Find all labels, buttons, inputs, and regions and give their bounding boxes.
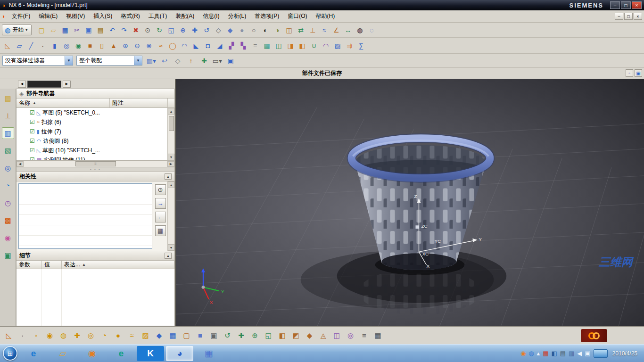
- through-curves-icon[interactable]: ◠: [320, 40, 331, 51]
- column-header-name[interactable]: 名称 ▲: [17, 99, 110, 107]
- section-view-icon[interactable]: ◫: [283, 25, 295, 36]
- ime-tray-icon[interactable]: ◧: [551, 350, 557, 357]
- menu-item[interactable]: 文件(F): [8, 11, 34, 22]
- scroll-down-icon[interactable]: ▼: [168, 154, 174, 160]
- hole-icon[interactable]: ◉: [73, 40, 84, 51]
- minimize-button[interactable]: –: [610, 1, 620, 9]
- paste-icon[interactable]: ▤: [95, 25, 106, 36]
- dropdown-arrow-icon[interactable]: ▼: [65, 56, 73, 65]
- details-table-body[interactable]: [17, 269, 174, 326]
- layer-settings-icon[interactable]: ≡: [358, 329, 371, 342]
- thicken-icon[interactable]: ◧: [297, 40, 308, 51]
- delete-icon[interactable]: ✖: [130, 25, 141, 36]
- zoom-icon[interactable]: ⊕: [177, 25, 189, 36]
- snap-enable-icon[interactable]: ◆: [153, 329, 165, 342]
- clip-panel-icon[interactable]: ▣: [635, 69, 642, 77]
- taskbar-nx-button[interactable]: ◕: [166, 346, 193, 361]
- menu-item[interactable]: 帮助(H): [312, 11, 339, 22]
- details-col-parameter[interactable]: 参数: [17, 261, 42, 269]
- assembly-navigator-icon[interactable]: ▤: [2, 92, 14, 104]
- swept-icon[interactable]: ≈: [155, 40, 166, 51]
- control-point-icon[interactable]: ◍: [57, 329, 70, 342]
- hd3d-tools-icon[interactable]: ◎: [2, 162, 14, 174]
- checkbox-icon[interactable]: ☑: [30, 156, 35, 160]
- mid-point-icon[interactable]: ◉: [43, 329, 56, 342]
- reuse-library-icon[interactable]: ▧: [2, 145, 14, 156]
- rotate-scene-icon[interactable]: ↺: [221, 329, 234, 342]
- pan-scene-icon[interactable]: ✚: [235, 329, 248, 342]
- split-body-icon[interactable]: ▚: [238, 40, 249, 51]
- unite-icon[interactable]: ⊕: [120, 40, 131, 51]
- alert-tray-icon[interactable]: ▦: [543, 350, 548, 357]
- dependencies-scrollbar[interactable]: ▲ ▼: [167, 181, 174, 251]
- scrollbar-thumb[interactable]: [169, 116, 174, 131]
- show-hide-icon[interactable]: ◎: [344, 329, 357, 342]
- tree-row[interactable]: ☑ ◠ 边倒圆 (8): [17, 136, 167, 146]
- sketch-curve-icon[interactable]: ◺: [2, 329, 15, 342]
- expression-icon[interactable]: ∑: [355, 40, 367, 51]
- tree-vertical-scrollbar[interactable]: ▲ ▼: [167, 108, 174, 160]
- point-on-face-icon[interactable]: ▨: [139, 329, 152, 342]
- thread-icon[interactable]: ≡: [249, 40, 261, 51]
- end-point-icon[interactable]: ◦: [30, 329, 42, 342]
- filter-grid-icon[interactable]: ▦▾: [146, 55, 157, 66]
- start-menu-button[interactable]: ◍ 开始 ▾: [2, 25, 32, 35]
- rotate-view-icon[interactable]: ↺: [201, 25, 212, 36]
- material-icon[interactable]: ◍: [354, 25, 365, 36]
- perspective-icon[interactable]: ◬: [317, 329, 330, 342]
- help-cursor-icon[interactable]: ◌: [366, 25, 377, 36]
- intersect-icon[interactable]: ⊗: [143, 40, 155, 51]
- fit-scene-icon[interactable]: ◱: [262, 329, 275, 342]
- refresh-display-icon[interactable]: ↻: [154, 25, 165, 36]
- checkbox-icon[interactable]: ☑: [30, 109, 35, 116]
- active-resource-tab[interactable]: [27, 81, 61, 88]
- zoom-scene-icon[interactable]: ⊕: [248, 329, 261, 342]
- collapse-icon[interactable]: ▲: [165, 253, 172, 259]
- wireframe-cube-icon[interactable]: ▢: [180, 329, 193, 342]
- menu-item[interactable]: 分析(L): [224, 11, 251, 22]
- shaded-cube-icon[interactable]: ■: [194, 329, 206, 342]
- extrude-icon[interactable]: ▮: [49, 40, 60, 51]
- weather-badge[interactable]: [594, 349, 608, 358]
- front-view-icon[interactable]: ◧: [276, 329, 289, 342]
- menu-item[interactable]: 信息(I): [198, 11, 223, 22]
- tube-icon[interactable]: ◯: [167, 40, 178, 51]
- draft-icon[interactable]: ◢: [214, 40, 225, 51]
- undo-icon[interactable]: ↶: [107, 25, 118, 36]
- menu-item[interactable]: 装配(A): [171, 11, 198, 22]
- selection-scope-dropdown[interactable]: 整个装配 ▼: [76, 56, 142, 66]
- scroll-up-icon[interactable]: ▲: [168, 181, 174, 188]
- elevate-selection-icon[interactable]: ↑: [185, 55, 197, 66]
- assembly-constraints-icon[interactable]: ⊥: [307, 25, 318, 36]
- offset-surface-icon[interactable]: ◨: [285, 40, 296, 51]
- taskbar-clock[interactable]: 2010/4/25: [611, 350, 641, 357]
- arc-center-icon[interactable]: ◎: [84, 329, 97, 342]
- save-icon[interactable]: ▦: [59, 25, 71, 36]
- tree-horizontal-scrollbar[interactable]: ◀ ≡ ▶: [17, 161, 174, 167]
- shaded-with-edges-icon[interactable]: ◆: [224, 25, 236, 36]
- datum-csys-icon[interactable]: ∠: [330, 25, 342, 36]
- trim-body-icon[interactable]: ▞: [226, 40, 237, 51]
- fit-view-icon[interactable]: ◱: [165, 25, 177, 36]
- pattern-view-icon[interactable]: ▦: [155, 225, 166, 236]
- scroll-down-icon[interactable]: ▼: [168, 244, 174, 251]
- volume-tray-icon[interactable]: ◀: [577, 350, 582, 357]
- subtract-icon[interactable]: ⊖: [132, 40, 143, 51]
- collapse-icon[interactable]: ▲: [165, 173, 172, 180]
- point-on-curve-icon[interactable]: ≈: [125, 329, 138, 342]
- new-icon[interactable]: ▢: [36, 25, 47, 36]
- system-materials-icon[interactable]: ▩: [2, 214, 14, 226]
- tree-row[interactable]: ☑ ◺ 草图 (5) "SKETCH_0...: [17, 108, 167, 117]
- checkbox-icon[interactable]: ☑: [30, 128, 35, 135]
- add-cube-icon[interactable]: ✚: [198, 55, 210, 66]
- cone-icon[interactable]: ▲: [108, 40, 119, 51]
- work-grid-icon[interactable]: ▦: [372, 329, 384, 342]
- tray-expand-icon[interactable]: ▴: [537, 350, 540, 357]
- tree-row[interactable]: ☑ ≈ 扫掠 (6): [17, 117, 167, 127]
- checkbox-icon[interactable]: ☑: [30, 147, 35, 154]
- cylinder-icon[interactable]: ▯: [96, 40, 107, 51]
- point-icon[interactable]: ∙: [37, 40, 49, 51]
- scroll-up-icon[interactable]: ▲: [168, 108, 174, 115]
- viewport-3d[interactable]: Z ZC YC Y XC X Y X 三: [175, 79, 644, 326]
- taskbar-ie-button[interactable]: e: [20, 346, 47, 361]
